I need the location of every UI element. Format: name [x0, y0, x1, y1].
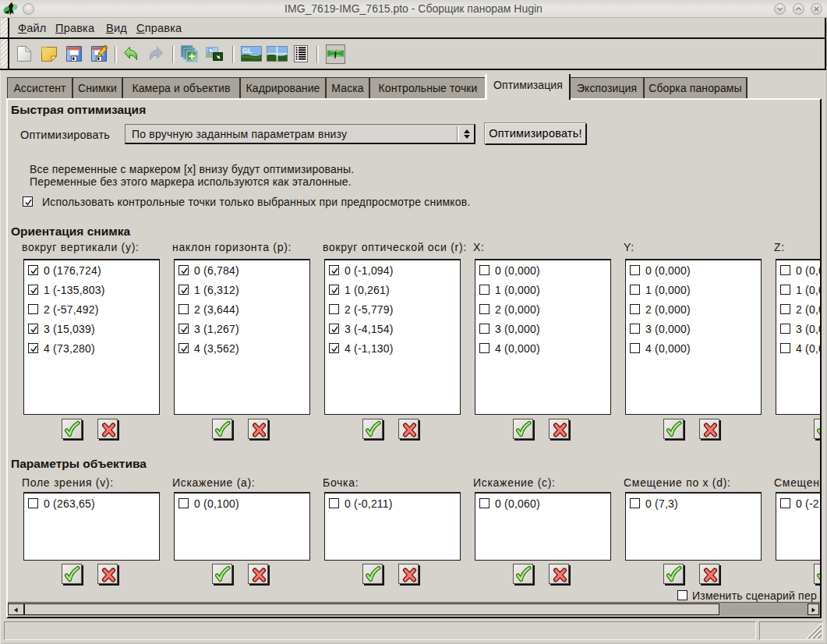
svg-text:GL: GL — [242, 47, 253, 55]
